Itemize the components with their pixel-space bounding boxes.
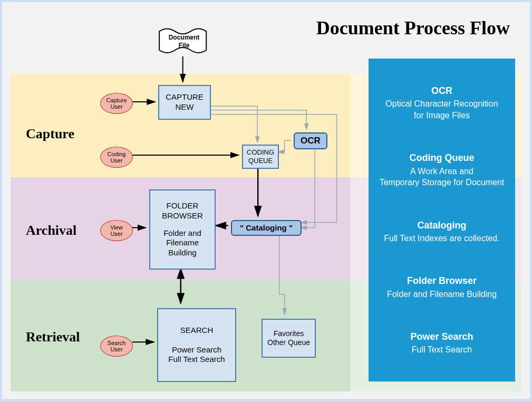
node-cataloging: " Cataloging " (231, 220, 302, 236)
node-ocr-label: OCR (301, 135, 321, 146)
user-view-label: View User (110, 224, 123, 237)
info-coding-title: Coding Queue (374, 151, 510, 164)
phase-label-retrieval: Retrieval (26, 329, 80, 345)
info-folder-title: Folder Browser (374, 274, 510, 287)
diagram-canvas: Document Process Flow Capture Archival R… (0, 0, 532, 401)
node-cataloging-label: " Cataloging " (240, 223, 293, 233)
info-ocr-title: OCR (374, 84, 510, 97)
diagram-title: Document Process Flow (316, 17, 510, 39)
node-folder-browser: FOLDER BROWSER Folder and Filename Build… (149, 189, 216, 270)
info-ocr: OCR Optical Character Recognition for Im… (374, 84, 510, 121)
node-folder-browser-title: FOLDER BROWSER (162, 201, 203, 221)
info-catalog-title: Cataloging (374, 219, 510, 232)
info-folder-desc: Folder and Filename Building (387, 290, 497, 299)
info-ocr-desc: Optical Character Recognition for Image … (385, 99, 498, 120)
info-search-desc: Full Text Search (412, 345, 472, 354)
info-coding-desc: A Work Area and Temporary Storage for Do… (380, 167, 505, 187)
user-capture-label: Capture User (106, 97, 127, 110)
info-catalog-desc: Full Text Indexes are collected. (384, 234, 499, 243)
info-folder: Folder Browser Folder and Filename Build… (374, 274, 510, 300)
user-search-label: Search User (108, 340, 126, 352)
user-capture: Capture User (100, 93, 133, 114)
node-document-file: Document File (160, 31, 208, 52)
info-panel: OCR Optical Character Recognition for Im… (369, 59, 515, 381)
info-search: Power Search Full Text Search (374, 330, 510, 356)
node-search-sub: Power Search Full Text Search (168, 345, 225, 365)
phase-label-capture: Capture (26, 126, 74, 142)
info-search-title: Power Search (374, 330, 510, 343)
user-coding: Coding User (100, 147, 133, 168)
node-coding-queue-label: CODING QUEUE (247, 148, 274, 166)
node-capture-new-label: CAPTURE NEW (166, 92, 204, 112)
node-search: SEARCH Power Search Full Text Search (157, 308, 236, 382)
info-coding: Coding Queue A Work Area and Temporary S… (374, 151, 510, 188)
node-coding-queue: CODING QUEUE (242, 145, 279, 169)
node-ocr: OCR (294, 132, 327, 149)
node-document-file-label: Document File (169, 34, 200, 50)
node-favorites-label: Favorites Other Queue (267, 329, 310, 348)
node-favorites: Favorites Other Queue (262, 319, 316, 358)
node-folder-browser-sub: Folder and Filename Building (163, 228, 201, 258)
phase-label-archival: Archival (26, 223, 76, 238)
user-search: Search User (100, 336, 133, 357)
node-search-title: SEARCH (180, 326, 214, 336)
user-coding-label: Coding User (108, 151, 126, 164)
user-view: View User (100, 220, 133, 241)
node-capture-new: CAPTURE NEW (158, 85, 211, 120)
info-catalog: Cataloging Full Text Indexes are collect… (374, 219, 510, 244)
